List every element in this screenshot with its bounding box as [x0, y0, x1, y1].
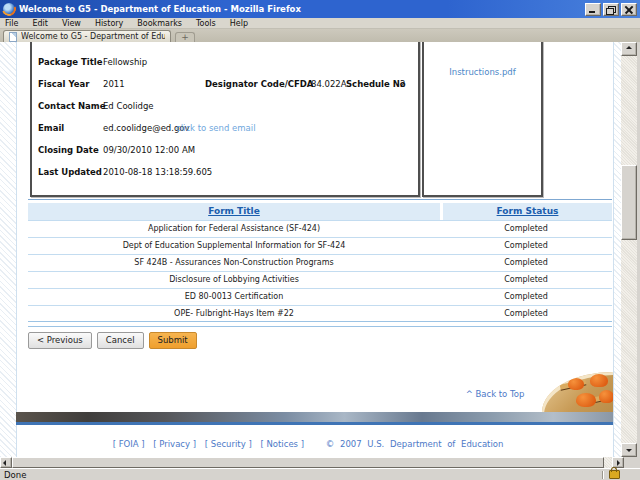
foia-link[interactable]: [ FOIA ] [113, 439, 145, 449]
status-bar: Done [0, 468, 640, 480]
field-label: Fiscal Year [38, 79, 90, 89]
designator-value: 84.022A [311, 79, 347, 89]
scroll-left-button[interactable] [0, 457, 12, 468]
minimize-button[interactable] [585, 3, 601, 16]
field-label: Package Title [38, 57, 102, 67]
closing-date-value: 09/30/2010 12:00 AM [103, 145, 195, 155]
tab-bar: Welcome to G5 - Department of Edu... + [0, 29, 640, 42]
title-bar: Welcome to G5 - Department of Education … [0, 0, 640, 18]
status-value: Completed [440, 238, 612, 254]
horizontal-rule [28, 199, 612, 200]
status-value: Completed [440, 272, 612, 288]
banner-photo-strip [16, 412, 613, 422]
menu-file[interactable]: File [0, 19, 25, 28]
footer-blue-line [16, 422, 613, 425]
package-title-value: Fellowship [103, 57, 147, 67]
privacy-link[interactable]: [ Privacy ] [153, 439, 196, 449]
field-label: Email [38, 123, 64, 133]
page-right-margin [613, 42, 621, 457]
instructions-box: Instructions.pdf [422, 42, 543, 197]
forms-table: Form Title Form Status Application for F… [28, 203, 612, 322]
table-row: Disclosure of Lobbying Activities Comple… [28, 271, 612, 288]
menu-bookmarks[interactable]: Bookmarks [130, 19, 189, 28]
last-updated-value: 2010-08-18 13:18:59.605 [103, 167, 212, 177]
security-link[interactable]: [ Security ] [205, 439, 252, 449]
scroll-down-button[interactable] [621, 443, 637, 457]
window-title: Welcome to G5 - Department of Education … [19, 4, 583, 14]
arrow-down-icon [626, 449, 632, 452]
menu-bar: File Edit View History Bookmarks Tools H… [0, 18, 640, 29]
menu-help[interactable]: Help [223, 19, 255, 28]
secure-lock-icon [609, 470, 620, 479]
designator-label: Designator Code/CFDA [205, 79, 313, 89]
table-row: OPE- Fulbright-Hays Item #22 Completed [28, 305, 612, 322]
table-row: Application for Federal Assistance (SF-4… [28, 220, 612, 237]
notices-link[interactable]: [ Notices ] [260, 439, 304, 449]
page-content: Package Title Fellowship Fiscal Year 201… [0, 42, 621, 457]
cancel-button[interactable]: Cancel [97, 332, 144, 349]
previous-button[interactable]: < Previous [28, 332, 92, 349]
menu-tools[interactable]: Tools [189, 19, 223, 28]
schedule-value: 2 [400, 79, 405, 89]
field-label: Closing Date [38, 145, 99, 155]
form-status-header-cell: Form Status [443, 203, 612, 220]
status-value: Completed [440, 255, 612, 271]
new-tab-button[interactable]: + [175, 32, 195, 42]
arrow-left-icon [3, 460, 6, 466]
status-value: Completed [440, 306, 612, 322]
table-bottom-rule [28, 326, 612, 327]
forms-table-header: Form Title Form Status [28, 203, 612, 220]
form-status-sort-link[interactable]: Form Status [497, 206, 559, 216]
status-separator [602, 471, 604, 479]
page-footer: [ FOIA ] [ Privacy ] [ Security ] [ Noti… [0, 439, 613, 449]
classroom-photo [542, 372, 613, 412]
scroll-up-button[interactable] [621, 42, 637, 56]
tab-welcome-g5[interactable]: Welcome to G5 - Department of Edu... [3, 30, 171, 42]
vertical-scrollbar[interactable] [621, 42, 637, 457]
table-row: SF 424B - Assurances Non-Construction Pr… [28, 254, 612, 271]
menu-edit[interactable]: Edit [25, 19, 55, 28]
table-bottom-rule [28, 321, 612, 322]
table-row: Dept of Education Supplemental Informati… [28, 237, 612, 254]
table-row: ED 80-0013 Certification Completed [28, 288, 612, 305]
fiscal-year-value: 2011 [103, 79, 125, 89]
action-button-row: < Previous Cancel Submit [28, 332, 197, 349]
page-left-margin [0, 42, 17, 457]
firefox-icon [3, 3, 15, 15]
menu-view[interactable]: View [55, 19, 88, 28]
package-details-box: Package Title Fellowship Fiscal Year 201… [30, 42, 420, 197]
vertical-scroll-thumb[interactable] [621, 165, 637, 240]
status-value: Completed [440, 221, 612, 237]
minimize-icon [589, 11, 595, 13]
arrow-up-icon [626, 46, 632, 49]
horizontal-scroll-thumb[interactable] [12, 457, 604, 468]
close-button[interactable] [621, 3, 637, 16]
field-label: Contact Name [38, 101, 105, 111]
field-label: Last Updated [38, 167, 102, 177]
restore-button[interactable] [603, 3, 619, 16]
copyright-text: © 2007 U.S. Department of Education [326, 439, 504, 449]
status-value: Completed [440, 289, 612, 305]
schedule-label: Schedule No [346, 79, 406, 89]
form-title-header-cell: Form Title [28, 203, 440, 220]
page-icon [9, 32, 17, 42]
arrow-right-icon [617, 460, 620, 466]
instructions-pdf-link[interactable]: Instructions.pdf [424, 67, 541, 77]
menu-history[interactable]: History [88, 19, 130, 28]
tab-label: Welcome to G5 - Department of Edu... [21, 32, 165, 41]
horizontal-scrollbar[interactable] [0, 457, 624, 468]
back-to-top-link[interactable]: ^ Back to Top [455, 389, 535, 399]
browser-window: Welcome to G5 - Department of Education … [0, 0, 640, 480]
form-title-sort-link[interactable]: Form Title [208, 206, 260, 216]
submit-button[interactable]: Submit [149, 332, 197, 349]
send-email-link[interactable]: click to send email [176, 123, 256, 133]
contact-name-value: Ed Coolidge [103, 101, 154, 111]
status-text: Done [4, 470, 597, 480]
